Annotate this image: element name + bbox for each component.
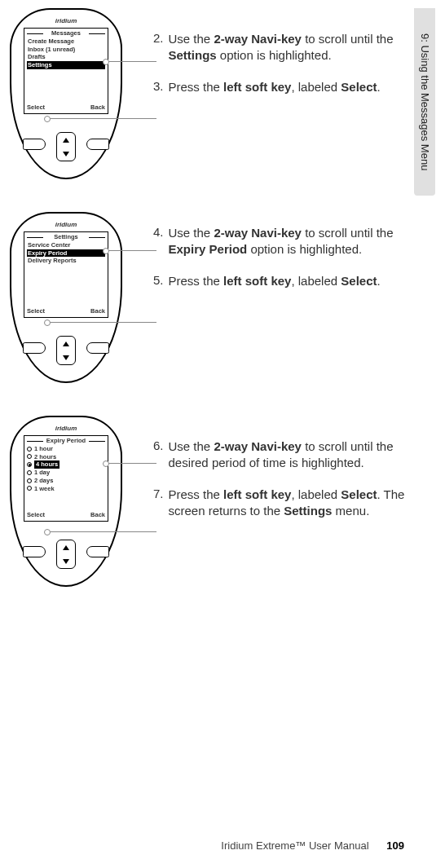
- page-footer: Iridium Extreme™ User Manual 109: [221, 839, 404, 852]
- radio-option: 2 days: [27, 477, 105, 485]
- step-6: 6. Use the 2-way Navi-key to scroll unti…: [153, 438, 406, 472]
- menu-item: Drafts: [27, 53, 105, 61]
- left-soft-button: [23, 546, 46, 557]
- down-arrow-icon: [63, 559, 69, 564]
- leader-dot-icon: [103, 248, 109, 254]
- page-number: 109: [386, 839, 404, 852]
- leader-line: [106, 61, 156, 62]
- radio-icon: [27, 447, 32, 452]
- logo: iridium: [11, 17, 121, 24]
- leader-dot-icon: [44, 116, 51, 122]
- up-arrow-icon: [63, 138, 69, 143]
- radio-icon: [27, 454, 32, 459]
- navi-key: [56, 132, 76, 161]
- leader-line: [106, 250, 156, 251]
- step-text: Press the left soft key, labeled Select.…: [169, 487, 406, 520]
- radio-option: 2 hours: [27, 453, 105, 461]
- step-number: 5.: [153, 273, 164, 289]
- left-soft-button: [23, 342, 46, 354]
- menu-item: Create Message: [27, 37, 105, 46]
- leader-dot-icon: [103, 59, 109, 65]
- menu-item: Inbox (1 unread): [27, 46, 105, 54]
- step-number: 7.: [153, 487, 164, 520]
- right-soft-button: [86, 546, 109, 557]
- radio-option: 1 week: [27, 485, 105, 493]
- step-4: 4. Use the 2-way Navi-key to scroll unti…: [153, 225, 406, 258]
- step-text: Press the left soft key, labeled Select.: [169, 273, 406, 289]
- step-3: 3. Press the left soft key, labeled Sele…: [153, 79, 406, 95]
- screen-title: Settings: [24, 233, 108, 241]
- screen-expiry: Expiry Period 1 hour 2 hours 4 hours 1 d…: [24, 435, 108, 522]
- radio-icon: [27, 478, 32, 483]
- menu-item-highlighted: Expiry Period: [27, 249, 105, 258]
- screen-title: Expiry Period: [24, 437, 108, 445]
- down-arrow-icon: [63, 355, 69, 360]
- leader-line: [47, 531, 156, 532]
- logo: iridium: [11, 425, 121, 432]
- phone-messages: iridium Messages Create Message Inbox (1…: [10, 8, 122, 179]
- left-soft-button: [23, 139, 46, 150]
- softkey-right: Back: [90, 511, 105, 519]
- step-number: 4.: [153, 225, 164, 258]
- step-5: 5. Press the left soft key, labeled Sele…: [153, 273, 406, 289]
- softkey-right: Back: [90, 104, 105, 112]
- radio-option: 1 day: [27, 469, 105, 477]
- manual-title: Iridium Extreme™ User Manual: [221, 839, 368, 852]
- right-soft-button: [86, 342, 109, 354]
- radio-icon: [27, 470, 32, 475]
- leader-line: [47, 322, 156, 323]
- phone-settings: iridium Settings Service Center Expiry P…: [10, 212, 122, 383]
- up-arrow-icon: [63, 545, 69, 550]
- step-2: 2. Use the 2-way Navi-key to scroll unti…: [153, 31, 406, 64]
- navi-key: [56, 540, 76, 569]
- leader-dot-icon: [44, 529, 51, 535]
- step-7: 7. Press the left soft key, labeled Sele…: [153, 487, 406, 520]
- navi-key: [56, 336, 76, 365]
- logo: iridium: [11, 221, 121, 228]
- screen-title: Messages: [24, 29, 108, 37]
- step-text: Use the 2-way Navi-key to scroll until t…: [169, 438, 406, 472]
- up-arrow-icon: [63, 341, 69, 346]
- screen-settings: Settings Service Center Expiry Period De…: [24, 231, 108, 318]
- radio-option-selected: 4 hours: [27, 460, 105, 469]
- nav-cluster: [11, 540, 121, 571]
- softkey-left: Select: [27, 104, 45, 112]
- leader-dot-icon: [103, 460, 109, 467]
- leader-dot-icon: [44, 319, 51, 326]
- nav-cluster: [11, 132, 121, 163]
- menu-item-highlighted: Settings: [27, 61, 105, 69]
- nav-cluster: [11, 336, 121, 367]
- leader-line: [106, 463, 156, 464]
- radio-icon-selected: [27, 462, 32, 467]
- step-text: Press the left soft key, labeled Select.: [169, 79, 406, 95]
- down-arrow-icon: [63, 152, 69, 156]
- menu-item: Delivery Reports: [27, 257, 105, 265]
- radio-icon: [27, 486, 32, 491]
- step-number: 3.: [153, 79, 164, 95]
- right-soft-button: [86, 139, 109, 150]
- softkey-left: Select: [27, 511, 45, 519]
- step-number: 6.: [153, 438, 164, 472]
- step-text: Use the 2-way Navi-key to scroll until t…: [169, 225, 406, 258]
- softkey-right: Back: [90, 307, 105, 315]
- step-number: 2.: [153, 31, 164, 64]
- leader-line: [47, 118, 156, 119]
- screen-messages: Messages Create Message Inbox (1 unread)…: [24, 28, 108, 114]
- menu-item: Service Center: [27, 241, 105, 249]
- step-text: Use the 2-way Navi-key to scroll until t…: [169, 31, 406, 64]
- softkey-left: Select: [27, 307, 45, 315]
- radio-option: 1 hour: [27, 445, 105, 453]
- phone-expiry: iridium Expiry Period 1 hour 2 hours 4 h…: [10, 416, 122, 587]
